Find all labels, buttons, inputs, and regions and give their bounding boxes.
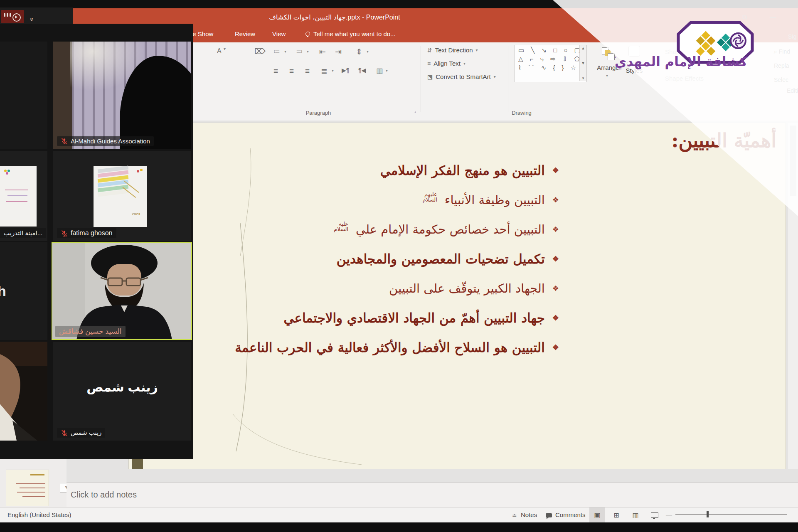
align-text-icon: ≡ (427, 60, 431, 67)
justify-icon[interactable]: ≣ (321, 66, 328, 76)
align-right-icon[interactable]: ≡ (305, 66, 310, 76)
tab-review[interactable]: Review (235, 30, 255, 37)
shapes-row[interactable]: ▭ ╲ ↘ □ ○ ▢ (515, 45, 586, 54)
zoom-slider-track[interactable] (675, 514, 787, 515)
dropdown-icon[interactable]: ▾ (367, 49, 369, 54)
arrange-button[interactable]: Arrange (590, 64, 626, 71)
text-direction-button[interactable]: ⇵ Text Direction ▾ (427, 47, 478, 54)
align-text-button[interactable]: ≡ Align Text ▾ (427, 60, 466, 67)
scrollbar-thumb[interactable] (790, 126, 796, 196)
drawing-group-label: Drawing (501, 110, 542, 116)
slide-scrollbar[interactable] (788, 123, 798, 469)
meeting-video-panel[interactable]: ...امينة التدريب h Al-Mahdi Guides Assoc… (0, 24, 193, 459)
paragraph-dialog-launcher-icon[interactable]: ⌟ (414, 109, 416, 113)
shapes-scrollbar[interactable]: ▲ ▼ ▾ (579, 45, 586, 81)
align-center-icon[interactable]: ≡ (289, 66, 294, 76)
right-to-left-icon[interactable]: ¶◀ (358, 67, 366, 74)
video-tile-partial[interactable] (0, 42, 47, 149)
reading-view-button[interactable]: ▥ (628, 507, 643, 522)
thumbnail-text-line (20, 488, 45, 488)
minimize-window-icon[interactable]: — (770, 13, 776, 20)
slide-bullet: ❖ التبيين أحد خصائص حكومة الإمام علي علي… (218, 214, 559, 244)
tell-me-box[interactable]: Tell me what you want to do... (305, 30, 396, 37)
numbering-icon[interactable]: ≕ (296, 47, 303, 55)
sign-in-label[interactable]: Sig (788, 33, 796, 40)
record-play-icon[interactable] (12, 13, 21, 22)
scroll-up-icon[interactable]: ▲ (581, 46, 585, 50)
dropdown-icon[interactable]: ▾ (606, 73, 608, 78)
replace-button[interactable]: Repla (774, 62, 789, 69)
shared-card-image: 2023 (94, 166, 147, 227)
status-bar: English (United States) ≐ Notes Comments… (0, 507, 798, 523)
line-spacing-icon[interactable]: ⇕ (356, 47, 362, 57)
dropdown-icon: ▾ (476, 48, 478, 52)
left-to-right-icon[interactable]: ▶¶ (342, 67, 349, 74)
notes-pane[interactable]: Click to add notes (66, 482, 798, 507)
thumbnail-text-line (16, 483, 45, 484)
slide-corner-ornament (132, 458, 143, 469)
shape-fill-button[interactable]: Shape Fill (665, 48, 693, 55)
slide-show-icon (651, 512, 658, 518)
increase-indent-icon[interactable]: ⇥ (335, 47, 342, 57)
restore-window-icon[interactable]: ⧉ (742, 13, 747, 21)
notes-icon: ≐ (512, 512, 517, 519)
quick-styles-icon (628, 46, 640, 57)
dropdown-icon[interactable]: ▾ (284, 49, 286, 54)
clear-formatting-icon[interactable]: ⌦ (254, 47, 266, 56)
slide-show-button[interactable] (647, 507, 663, 522)
find-button[interactable]: ⌕ Find (774, 48, 790, 55)
video-tile-fatima[interactable]: 2023 fatima ghoson (53, 151, 191, 241)
shrink-font-icon[interactable]: A (217, 47, 222, 55)
quick-styles-button[interactable]: Quick Styles (621, 60, 647, 74)
zoom-out-button[interactable]: — (666, 511, 672, 518)
normal-view-button[interactable]: ▣ (589, 507, 605, 522)
dropdown-icon: ▾ (494, 74, 496, 79)
shape-effects-button[interactable]: Shape Effects (665, 75, 704, 82)
slide-bullet: ❖ التبيين وظيفة الأنبياء عليهم السلام (218, 185, 559, 214)
decrease-indent-icon[interactable]: ⇤ (319, 47, 326, 57)
dropdown-icon[interactable]: ▾ (224, 47, 226, 51)
slide-canvas[interactable]: أهميّة التبيين: ❖ التبيين هو منهج الفكر … (129, 123, 786, 469)
honorific-calligraphy: عليه السلام (329, 221, 348, 232)
gallery-expand-icon[interactable]: ▾ (582, 76, 584, 80)
participant-name-tag: زينب شمص (57, 428, 105, 438)
zoom-slider-thumb[interactable] (707, 511, 709, 517)
select-button[interactable]: Selec (774, 76, 788, 83)
columns-icon[interactable]: ▥ (376, 66, 383, 75)
notes-placeholder[interactable]: Click to add notes (71, 490, 137, 500)
slide-thumbnail[interactable] (6, 470, 49, 506)
meeting-controls-fragment[interactable] (1, 10, 24, 23)
video-tile-zainab[interactable]: زينب شمص زينب شمص (53, 342, 191, 441)
comments-toggle-button[interactable]: Comments (555, 511, 586, 518)
tab-view[interactable]: View (272, 30, 286, 37)
language-indicator[interactable]: English (United States) (7, 511, 71, 518)
align-left-icon[interactable]: ≡ (273, 66, 278, 76)
thumbnail-text-line (22, 496, 45, 497)
shapes-row[interactable]: △ ⌐ ⤷ ⇨ ⇩ ⬠ (515, 54, 586, 63)
screen-bottom-strip (0, 522, 798, 532)
convert-smartart-button[interactable]: ⬔ Convert to SmartArt ▾ (427, 73, 496, 80)
participant-name-tag: fatima ghoson (57, 228, 116, 238)
video-tile-almahdi-guides[interactable]: Al-Mahdi Guides Association (53, 42, 191, 149)
dropdown-icon[interactable]: ▾ (307, 49, 309, 54)
ribbon-display-options-icon[interactable]: « (27, 17, 34, 21)
shapes-row[interactable]: ⌇ ⌒ ∿ { } ☆ (515, 63, 586, 72)
control-dot-icon (4, 13, 5, 17)
scroll-down-icon[interactable]: ▼ (581, 61, 585, 65)
video-tile-amina[interactable]: ...امينة التدريب (0, 151, 47, 241)
control-dot-icon (7, 13, 8, 17)
video-tile-partial-h[interactable]: h (0, 242, 47, 340)
slide-sorter-view-button[interactable]: ⊞ (608, 507, 624, 522)
bullets-icon[interactable]: ≔ (273, 47, 280, 55)
notes-toggle-button[interactable]: Notes (521, 511, 537, 518)
dropdown-icon[interactable]: ▾ (386, 68, 388, 73)
shapes-gallery[interactable]: ▭ ╲ ↘ □ ○ ▢ △ ⌐ ⤷ ⇨ ⇩ ⬠ ⌇ ⌒ ∿ { } ☆ ▲ ▼ … (515, 45, 587, 82)
thumbnail-text-line (17, 492, 45, 493)
dropdown-icon[interactable]: ▾ (332, 68, 334, 73)
honorific-calligraphy: عليهم السلام (418, 192, 437, 202)
group-divider (508, 46, 508, 112)
dropdown-icon: ▾ (463, 61, 466, 66)
meeting-floating-toolbar[interactable] (0, 7, 73, 24)
video-tile-active-speaker[interactable]: السيد حسين فشاقش (52, 242, 192, 340)
video-tile-partial-photo[interactable] (0, 342, 47, 441)
